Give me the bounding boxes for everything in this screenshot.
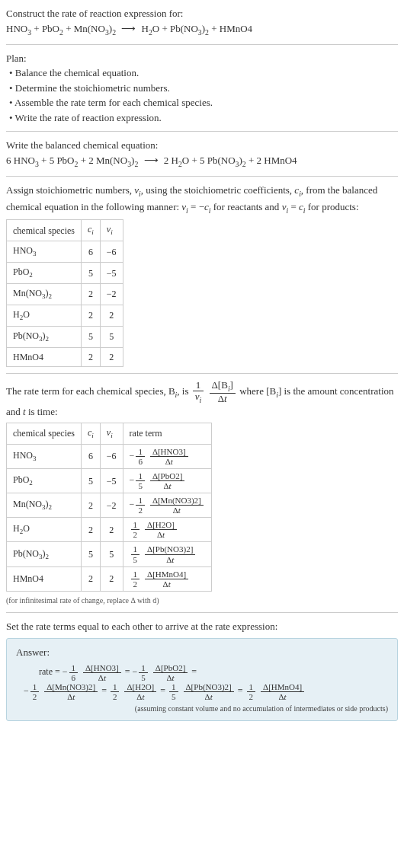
table-row: Pb(NO3)255 xyxy=(7,326,123,347)
infinitesimal-note: (for infinitesimal rate of change, repla… xyxy=(6,595,398,606)
table-row: HMnO422 xyxy=(7,347,123,366)
species-hmno4: HMnO4 xyxy=(220,23,252,34)
table-row: PbO25−5−15 Δ[PbO2]Δt xyxy=(7,468,212,493)
table-row: Pb(NO3)25515 Δ[Pb(NO3)2]Δt xyxy=(7,542,212,566)
species-pbo2: PbO2 xyxy=(42,23,63,34)
table-header-row: chemical species ci νi rate term xyxy=(7,423,212,444)
rateterm-table: chemical species ci νi rate term HNO36−6… xyxy=(6,423,212,592)
answer-box: Answer: rate = −16 Δ[HNO3]Δt = −15 Δ[PbO… xyxy=(6,638,398,721)
divider xyxy=(6,44,398,45)
reaction-arrow-icon: ⟶ xyxy=(118,23,139,34)
setequal-block: Set the rate terms equal to each other t… xyxy=(6,619,398,721)
table-row: H2O22 xyxy=(7,305,123,326)
rate-expression-cont: −12 Δ[Mn(NO3)2]Δt = 12 Δ[H2O]Δt = 15 Δ[P… xyxy=(16,682,388,701)
rate-expression: rate = −16 Δ[HNO3]Δt = −15 Δ[PbO2]Δt = xyxy=(16,663,388,682)
plan-heading: Plan: xyxy=(6,51,398,66)
species-hno3: HNO3 xyxy=(6,23,31,34)
divider xyxy=(6,131,398,132)
balanced-heading: Write the balanced chemical equation: xyxy=(6,138,398,153)
stoich-table: chemical species ci νi HNO36−6 PbO25−5 M… xyxy=(6,219,123,366)
assign-block: Assign stoichiometric numbers, νi, using… xyxy=(6,183,398,367)
fraction: 1νi xyxy=(193,380,204,405)
answer-note: (assuming constant volume and no accumul… xyxy=(16,703,388,714)
table-row: H2O2212 Δ[H2O]Δt xyxy=(7,518,212,542)
divider xyxy=(6,176,398,177)
fraction: Δ[Bi]Δt xyxy=(210,380,236,405)
plan-item: • Balance the chemical equation. xyxy=(6,65,398,81)
intro-block: Construct the rate of reaction expressio… xyxy=(6,6,398,38)
reaction-arrow-icon: ⟶ xyxy=(141,155,162,166)
divider xyxy=(6,612,398,613)
col-species: chemical species xyxy=(7,423,82,444)
col-nui: νi xyxy=(100,423,123,444)
col-ci: ci xyxy=(81,220,100,241)
col-species: chemical species xyxy=(7,220,82,241)
plan-item: • Write the rate of reaction expression. xyxy=(6,110,398,126)
unbalanced-equation: HNO3 + PbO2 + Mn(NO3)2 ⟶ H2O + Pb(NO3)2 … xyxy=(6,21,398,38)
balanced-equation: 6 HNO3 + 5 PbO2 + 2 Mn(NO3)2 ⟶ 2 H2O + 5… xyxy=(6,153,398,170)
table-row: Mn(NO3)22−2 xyxy=(7,284,123,305)
col-rateterm: rate term xyxy=(123,423,211,444)
answer-label: Answer: xyxy=(16,645,388,660)
plan-block: Plan: • Balance the chemical equation. •… xyxy=(6,51,398,126)
plan-item: • Assemble the rate term for each chemic… xyxy=(6,95,398,110)
divider xyxy=(6,373,398,374)
plan-item: • Determine the stoichiometric numbers. xyxy=(6,81,398,96)
species-h2o: H2O xyxy=(142,23,160,34)
col-ci: ci xyxy=(81,423,100,444)
assign-text: Assign stoichiometric numbers, νi, using… xyxy=(6,183,398,216)
table-row: HNO36−6−16 Δ[HNO3]Δt xyxy=(7,444,212,468)
setequal-text: Set the rate terms equal to each other t… xyxy=(6,619,398,634)
table-row: PbO25−5 xyxy=(7,263,123,284)
table-row: HNO36−6 xyxy=(7,241,123,263)
col-nui: νi xyxy=(100,220,123,241)
table-row: Mn(NO3)22−2−12 Δ[Mn(NO3)2]Δt xyxy=(7,493,212,518)
table-header-row: chemical species ci νi xyxy=(7,220,123,241)
rateterm-block: The rate term for each chemical species,… xyxy=(6,380,398,606)
rateterm-text: The rate term for each chemical species,… xyxy=(6,380,398,420)
species-mnno32: Mn(NO3)2 xyxy=(74,23,116,34)
balanced-block: Write the balanced chemical equation: 6 … xyxy=(6,138,398,170)
table-row: HMnO42212 Δ[HMnO4]Δt xyxy=(7,566,212,591)
construct-label: Construct the rate of reaction expressio… xyxy=(6,6,398,21)
species-pbno32: Pb(NO3)2 xyxy=(170,23,209,34)
